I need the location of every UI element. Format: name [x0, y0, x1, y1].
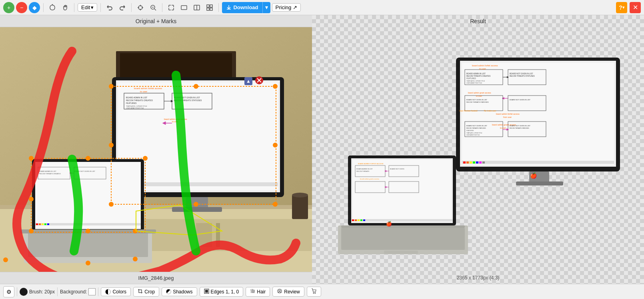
select-button[interactable]: ◆ [29, 2, 40, 13]
svg-point-76 [109, 143, 114, 148]
left-panel: Original + Marks [0, 15, 312, 284]
svg-rect-11 [207, 5, 209, 7]
svg-point-79 [194, 202, 198, 207]
svg-text:USER ATAR POSIT FILE: USER ATAR POSIT FILE [466, 134, 480, 136]
pricing-button[interactable]: Pricing ↗ [272, 3, 301, 12]
svg-text:USER ATAR POSIT FILE: USER ATAR POSIT FILE [126, 107, 144, 109]
svg-rect-14 [210, 8, 212, 10]
svg-rect-65 [44, 223, 46, 225]
shadows-icon [166, 289, 171, 294]
svg-rect-64 [42, 223, 44, 225]
svg-rect-168 [341, 225, 465, 228]
crop-button[interactable]: Crop [133, 287, 159, 297]
right-topbar: ? ▾ ✕ [312, 0, 644, 15]
svg-point-77 [273, 143, 278, 148]
redo-button[interactable] [117, 2, 128, 13]
svg-rect-169 [384, 251, 418, 254]
background-swatch[interactable] [88, 288, 96, 295]
svg-text:RECON THREATS STATUSES: RECON THREATS STATUSES [466, 101, 489, 103]
svg-text:RECON THREATS STATUSES: RECON THREATS STATUSES [510, 75, 534, 77]
svg-text:RECON THREATS: RECON THREATS [356, 171, 370, 172]
rect-tool[interactable] [178, 2, 190, 13]
svg-rect-167 [341, 228, 465, 250]
separator-2 [74, 3, 74, 12]
svg-point-74 [194, 84, 198, 89]
svg-text:board admin forfeit access: board admin forfeit access [134, 87, 162, 90]
svg-point-175 [279, 290, 280, 291]
left-image-container[interactable]: BOARD ADMIN IN LIST RECON THREATS CREATE… [0, 27, 312, 272]
svg-text:▲: ▲ [246, 78, 251, 84]
hair-button[interactable]: Hair [246, 287, 270, 297]
svg-point-176 [313, 293, 314, 293]
cart-button[interactable] [307, 287, 321, 297]
separator-bt-2 [98, 287, 98, 296]
svg-text:BOARD ADMIN FORFEIT ACCESS: BOARD ADMIN FORFEIT ACCESS [358, 163, 384, 165]
svg-text:BOARD NOT GIVEN: BOARD NOT GIVEN [390, 168, 404, 170]
svg-point-73 [109, 84, 114, 89]
svg-text:BOARD ADMIN IN LIST: BOARD ADMIN IN LIST [356, 168, 373, 170]
separator-bt-1 [57, 287, 58, 296]
target-tool[interactable] [135, 2, 146, 13]
grid-tool[interactable] [204, 2, 215, 13]
photo-background: BOARD ADMIN IN LIST RECON THREATS CREATE… [0, 27, 312, 272]
result-image-area: BOARD ADMIN IN LIST RECON THREATS CREATE… [312, 27, 644, 272]
close-button[interactable]: ✕ [630, 2, 641, 13]
svg-point-87 [86, 229, 90, 233]
download-button[interactable]: Download ▾ [222, 2, 270, 13]
edit-button[interactable]: Edit ▾ [78, 3, 97, 12]
edges-icon [204, 289, 209, 295]
svg-rect-163 [358, 219, 360, 221]
svg-point-177 [315, 293, 316, 293]
separator-3 [100, 3, 101, 12]
settings-button[interactable]: ⚙ [3, 286, 14, 297]
svg-rect-143 [482, 161, 485, 163]
svg-text:USER ATAR POSIT FILE: USER ATAR POSIT FILE [466, 82, 482, 84]
brush-dot [20, 288, 28, 296]
lasso-tool[interactable] [47, 2, 58, 13]
zoom-tool[interactable] [148, 2, 159, 13]
svg-point-82 [29, 156, 34, 161]
svg-text:RECON THREATS CREATES: RECON THREATS CREATES [466, 75, 490, 77]
remove-button[interactable]: − [16, 2, 27, 13]
separator-bt-0 [17, 287, 17, 296]
svg-rect-162 [355, 219, 357, 221]
review-icon [277, 288, 282, 295]
svg-point-91 [3, 257, 8, 262]
add-button[interactable]: + [3, 2, 14, 13]
panel-tool[interactable] [191, 2, 202, 13]
svg-text:🍎: 🍎 [386, 221, 392, 227]
svg-rect-68 [28, 233, 148, 257]
result-svg: BOARD ADMIN IN LIST RECON THREATS CREATE… [324, 38, 632, 261]
hand-tool[interactable] [60, 2, 71, 13]
svg-text:to user: to user [479, 68, 486, 70]
crop-icon [138, 289, 143, 295]
svg-rect-70 [292, 195, 308, 219]
svg-rect-141 [476, 161, 478, 163]
svg-rect-165 [363, 219, 365, 221]
svg-text:RECON THREATS CREATES: RECON THREATS CREATES [126, 99, 153, 102]
svg-text:to user: to user [140, 90, 147, 93]
svg-text:RECON THREATS STATUSES: RECON THREATS STATUSES [466, 128, 486, 129]
svg-point-80 [273, 202, 278, 207]
svg-rect-63 [39, 223, 41, 225]
help-button[interactable]: ? ▾ [616, 2, 627, 13]
svg-text:TEMPLATES, CIPHER TITLE: TEMPLATES, CIPHER TITLE [466, 132, 482, 134]
svg-rect-62 [36, 223, 38, 225]
colors-button[interactable]: Colors [101, 287, 131, 296]
svg-rect-139 [470, 161, 472, 163]
svg-rect-45 [172, 207, 222, 212]
expand-tool[interactable] [166, 2, 177, 13]
svg-point-84 [143, 156, 148, 161]
edges-button[interactable]: Edges 1, 1, 0 [200, 287, 244, 297]
settings-icon: ⚙ [6, 289, 12, 295]
svg-rect-66 [47, 223, 49, 225]
review-button[interactable]: Review [272, 287, 304, 297]
svg-text:RECON THREATS STATUSES: RECON THREATS STATUSES [510, 128, 529, 129]
background-indicator: Background: [60, 288, 96, 295]
svg-text:User Review hosted:: User Review hosted: [459, 110, 478, 112]
svg-text:board admin grant access: board admin grant access [468, 92, 491, 94]
svg-point-90 [86, 261, 90, 265]
separator-1 [43, 3, 44, 12]
undo-button[interactable] [104, 2, 115, 13]
shadows-button[interactable]: Shadows [162, 287, 197, 296]
